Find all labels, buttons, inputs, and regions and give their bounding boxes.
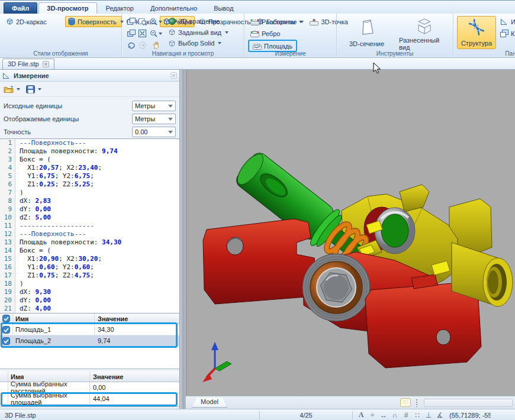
status-page-indicator: 4/25 (265, 412, 347, 419)
gallery-more-icon[interactable] (225, 31, 228, 34)
display-units-label: Отображаемые единицы (4, 115, 79, 122)
precision-select[interactable]: 0.00 (132, 127, 176, 137)
ortho-icon[interactable]: ⊥ (425, 411, 432, 419)
ribbon-group-panels: Структура И К Пане (453, 14, 515, 57)
surface-button[interactable]: Поверхность (65, 16, 122, 27)
code-line: 16 Y1:0,60; Y2:0,60; (0, 263, 179, 272)
table-row[interactable]: Площадь_1 34,30 (0, 324, 179, 335)
favorites-icon[interactable]: ♡ (400, 398, 411, 407)
pan-hand-icon[interactable] (148, 40, 163, 51)
exploded-view-button[interactable]: Разнесенный вид (398, 16, 450, 49)
code-text: Бокс = ( (15, 247, 51, 255)
snap-grid-icon[interactable]: ∷ (414, 411, 421, 419)
chevron-down-icon (159, 33, 162, 35)
code-line: 15 X1:20,90; X2:30,20; (0, 255, 179, 263)
chevron-down-icon (159, 21, 162, 23)
code-text: ---Поверхность--- (15, 139, 86, 147)
menu-tab-3d-view[interactable]: 3D-просмотр (38, 2, 96, 14)
model-tab[interactable]: Model (192, 398, 227, 408)
area-button[interactable]: Площадь (250, 41, 295, 51)
grid-icon[interactable]: # (403, 411, 410, 419)
close-panel-icon[interactable] (170, 72, 177, 79)
close-tab-icon[interactable] (43, 61, 49, 67)
line-number: 8 (0, 197, 15, 205)
text-style-icon[interactable]: A (358, 411, 365, 419)
line-number: 6 (0, 180, 15, 189)
object-snap-icon[interactable]: ∩ (391, 411, 398, 419)
commands-panel-button[interactable]: К (498, 28, 515, 39)
document-tab[interactable]: 3D File.stp (2, 59, 54, 69)
column-header-value[interactable]: Значение (95, 314, 179, 324)
units-fields: Исходные единицы Метры Отображаемые един… (0, 97, 179, 138)
rotation-3d-button[interactable]: 3D-вращение (166, 16, 224, 27)
select-solid-button[interactable]: Выбор Solid (166, 38, 224, 49)
snap-distance-icon[interactable]: ↔ (380, 411, 387, 419)
code-text: dX: 9,30 (15, 288, 51, 296)
zoom-window-icon[interactable] (137, 17, 148, 27)
display-units-select[interactable]: Метры (132, 114, 176, 124)
panel-splitter[interactable] (179, 70, 186, 409)
distance-button[interactable]: Расстояние (248, 16, 306, 27)
structure-button[interactable]: Структура (457, 16, 496, 49)
line-number: 19 (0, 288, 15, 296)
measure-results-table: Имя Значение Площадь_1 34,30 Площадь_2 9… (0, 314, 179, 369)
zoom-in-icon[interactable] (148, 17, 163, 27)
point-3d-icon (310, 18, 318, 25)
row-checkbox[interactable] (0, 335, 13, 346)
row-checkbox[interactable] (0, 324, 13, 335)
code-line: 13Площадь поверхности: 34,30 (0, 238, 179, 247)
open-measurements-button[interactable] (4, 85, 20, 93)
code-text: ) (15, 189, 24, 197)
3d-viewport[interactable] (186, 70, 515, 396)
code-line: 19dX: 9,30 (0, 288, 179, 296)
wireframe-2d-button[interactable]: 2D-каркас (4, 16, 64, 27)
mouse-cursor (373, 62, 381, 75)
menu-bar: Файл 3D-просмотр Редактор Дополнительно … (0, 1, 515, 14)
chevron-down-icon (168, 105, 173, 108)
zoom-out-icon[interactable] (148, 28, 163, 39)
cascade-views-icon[interactable] (125, 17, 137, 27)
source-units-label: Исходные единицы (4, 102, 62, 109)
panel-header: Измерение (0, 70, 179, 82)
section-3d-button[interactable]: 3D-сечение (340, 16, 393, 49)
layout-tab-strip: Model ♡ (186, 396, 515, 409)
measurement-log[interactable]: 1---Поверхность---2Площадь поверхности: … (0, 138, 179, 314)
menu-tab-output[interactable]: Вывод (206, 3, 241, 14)
pan-views-icon[interactable] (125, 28, 137, 39)
zoom-fit-icon[interactable] (137, 28, 148, 39)
column-header-name[interactable]: Имя (13, 314, 95, 324)
code-line: 8dX: 2,83 (0, 197, 179, 205)
group-label: Инструменты (337, 50, 453, 57)
select-all-checkbox[interactable] (0, 314, 13, 324)
line-number: 16 (0, 263, 15, 272)
column-header-value[interactable]: Значение (90, 371, 179, 382)
horizontal-scrollbar[interactable] (424, 399, 513, 407)
previous-view-icon[interactable] (137, 40, 148, 51)
edge-button[interactable]: Ребро (248, 28, 282, 39)
application-window: Файл 3D-просмотр Редактор Дополнительно … (0, 0, 515, 420)
code-line: 11------------------- (0, 222, 179, 230)
line-number: 3 (0, 156, 15, 164)
source-units-select[interactable]: Метры (132, 101, 176, 111)
ribbon-group-tools: 3D-сечение Разнесенный вид Инструменты (337, 14, 453, 57)
ribbon-group-navigation: 3D-вращение Заданный вид Выбор Solid Нав… (122, 14, 244, 57)
save-measurements-button[interactable] (26, 85, 41, 93)
grip-handle[interactable] (416, 399, 418, 407)
ribbon-group-display-styles: 2D-каркас Поверхность Каркас Ребра (0, 14, 122, 57)
rotate-view-icon[interactable] (125, 40, 137, 51)
menu-tab-advanced[interactable]: Дополнительно (143, 3, 205, 14)
code-line: 6 Z1:0,25; Z2:5,25; (0, 180, 179, 189)
layered-windows-icon (500, 30, 508, 37)
polar-tracking-icon[interactable]: ∡ (436, 411, 443, 419)
table-row[interactable]: Площадь_2 9,74 (0, 335, 179, 347)
snap-center-icon[interactable]: ÷ (369, 411, 376, 419)
3d-model[interactable] (186, 70, 515, 396)
measurements-panel-button[interactable]: И (498, 16, 515, 27)
menu-tab-editor[interactable]: Редактор (98, 3, 141, 14)
line-number: 18 (0, 280, 15, 288)
group-label: Пане (453, 50, 515, 57)
table-row[interactable]: Сумма выбранных площадей 44,04 (0, 393, 179, 405)
preset-view-button[interactable]: Заданный вид (166, 27, 224, 38)
code-text: Z1:0,25; Z2:5,25; (15, 180, 94, 189)
menu-tab-file[interactable]: Файл (4, 2, 37, 14)
